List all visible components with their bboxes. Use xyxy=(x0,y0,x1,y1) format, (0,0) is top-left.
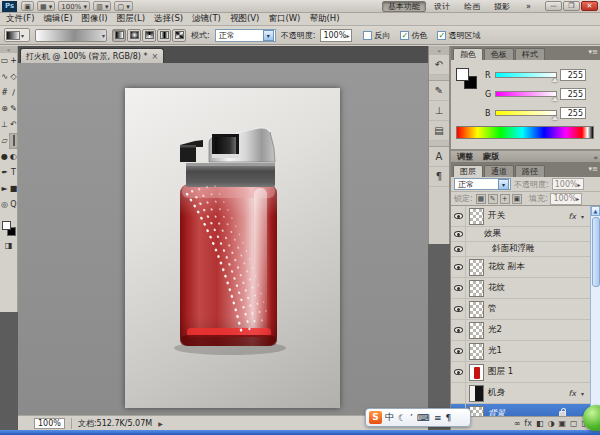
scrollbar-thumb[interactable] xyxy=(592,217,600,287)
screen-mode-icon[interactable]: ▢ ▾ xyxy=(114,1,132,11)
quick-selection-tool-icon[interactable]: ◇ xyxy=(9,69,18,85)
eye-toggle[interactable] xyxy=(451,242,466,256)
layer-comps-panel-icon[interactable]: ▤ xyxy=(429,121,449,141)
layer-row-6[interactable]: 管 xyxy=(451,299,590,320)
path-selection-tool-icon[interactable]: ► xyxy=(0,181,9,197)
layers-tab-1[interactable]: 图层 xyxy=(453,165,483,177)
color-tab-3[interactable]: 样式 xyxy=(515,48,545,60)
layer-row-7[interactable]: 光2 xyxy=(451,320,590,341)
layer-row-9[interactable]: 图层 1 xyxy=(451,362,590,383)
eye-toggle[interactable] xyxy=(451,278,466,298)
masks-panel-header[interactable]: 蒙版 xyxy=(483,151,499,162)
layer-thumbnail[interactable] xyxy=(469,322,484,339)
menu-item-6[interactable]: 滤镜(T) xyxy=(192,13,221,25)
slider-track[interactable] xyxy=(495,72,557,78)
marquee-tool-icon[interactable]: ▭ xyxy=(0,53,9,69)
reverse-checkbox[interactable]: 反向 xyxy=(363,30,390,41)
layer-thumbnail[interactable] xyxy=(469,280,484,297)
chevron-down-icon[interactable]: ▾ xyxy=(581,213,584,220)
lock-icon-4[interactable]: ▣ xyxy=(512,194,522,204)
layers-scrollbar[interactable]: ▲ ▼ xyxy=(590,206,600,428)
color-tab-1[interactable]: 颜色 xyxy=(453,48,483,60)
adjustments-panel-header[interactable]: 调整 xyxy=(457,151,473,162)
type-tool-icon[interactable]: T xyxy=(9,165,18,181)
workspace-more-button[interactable]: » xyxy=(520,1,537,12)
menu-item-3[interactable]: 图像(I) xyxy=(82,13,108,25)
blend-mode-select[interactable]: 正常 ▾ xyxy=(215,29,276,42)
gradient-preview-picker[interactable]: ▾ xyxy=(35,29,107,42)
layer-thumbnail[interactable] xyxy=(469,343,484,360)
layer-fill-input[interactable]: 100% ▸ xyxy=(550,193,582,205)
ime-menu-icon[interactable]: ≡ xyxy=(434,413,442,423)
color-spectrum-ramp[interactable] xyxy=(456,126,594,139)
slider-track[interactable] xyxy=(495,91,557,97)
eye-toggle[interactable] xyxy=(451,257,466,277)
layer-thumbnail[interactable] xyxy=(469,301,484,318)
layer-thumbnail[interactable] xyxy=(469,385,484,402)
layer-row-2[interactable]: 效果 xyxy=(451,227,590,242)
launch-bridge-icon[interactable]: ▣ xyxy=(21,1,34,11)
layer-fx-badge[interactable]: fx xyxy=(568,389,576,398)
layer-row-8[interactable]: 光1 xyxy=(451,341,590,362)
close-tab-icon[interactable]: × xyxy=(151,52,158,61)
eye-toggle[interactable] xyxy=(451,341,466,361)
layer-thumbnail[interactable] xyxy=(469,259,484,276)
slider-thumb-icon[interactable] xyxy=(552,78,558,82)
ime-keyboard-icon[interactable]: ⌨ xyxy=(417,413,430,423)
scroll-up-icon[interactable]: ▲ xyxy=(591,206,600,216)
expand-panels-button[interactable]: « xyxy=(429,46,449,55)
layer-fx-badge[interactable]: fx xyxy=(568,212,576,221)
view-extras-icon[interactable]: ▦ ▾ xyxy=(37,1,55,11)
slider-value-input[interactable]: 255 xyxy=(560,88,586,100)
lock-icon-3[interactable]: + xyxy=(500,194,510,204)
workspace-button-2[interactable]: 设计 xyxy=(428,1,456,12)
layer-group-icon[interactable]: ▣ xyxy=(558,419,566,428)
slider-thumb-icon[interactable] xyxy=(552,116,558,120)
menu-item-9[interactable]: 帮助(H) xyxy=(309,13,339,25)
gradient-tool-icon[interactable] xyxy=(9,133,18,149)
menu-item-5[interactable]: 选择(S) xyxy=(154,13,183,25)
menu-item-8[interactable]: 窗口(W) xyxy=(268,13,300,25)
reflected-gradient-button[interactable] xyxy=(157,29,171,42)
clone-stamp-tool-icon[interactable]: ⊥ xyxy=(0,117,9,133)
layer-blend-mode-select[interactable]: 正常 ▾ xyxy=(454,178,511,190)
slider-track[interactable] xyxy=(495,110,557,116)
diamond-gradient-button[interactable] xyxy=(172,29,186,42)
eye-toggle[interactable] xyxy=(451,227,466,241)
eyedropper-tool-icon[interactable]: ∕ xyxy=(9,85,18,101)
toolbox-collapse-button[interactable]: « xyxy=(0,46,17,53)
crop-tool-icon[interactable]: # xyxy=(0,85,9,101)
eye-toggle[interactable] xyxy=(451,299,466,319)
ime-fullhalf-icon[interactable]: ☾ xyxy=(398,413,406,423)
status-options-arrow[interactable]: ▶ xyxy=(158,420,163,427)
layer-thumbnail[interactable] xyxy=(469,208,484,225)
move-tool-icon[interactable]: + xyxy=(9,53,18,69)
canvas-image[interactable] xyxy=(125,88,340,408)
brush-tool-icon[interactable]: ✎ xyxy=(9,101,18,117)
history-panel-icon[interactable]: ↶ xyxy=(429,55,449,75)
foreground-color-swatch[interactable] xyxy=(2,221,11,230)
arrange-documents-icon[interactable]: ▥ ▾ xyxy=(93,1,111,11)
document-tab[interactable]: 打火机 @ 100% (背景, RGB/8) * × xyxy=(20,48,164,63)
workspace-button-3[interactable]: 绘画 xyxy=(458,1,486,12)
paragraph-panel-icon[interactable]: ¶ xyxy=(429,167,449,187)
hand-tool-icon[interactable]: ◎ xyxy=(0,197,9,213)
eye-toggle[interactable] xyxy=(451,362,466,382)
slider-thumb-icon[interactable] xyxy=(552,97,558,101)
new-layer-icon[interactable]: ▢ xyxy=(570,419,578,428)
ime-toolbar[interactable]: S 中☾’⌨≡¶ xyxy=(365,408,471,427)
layer-row-5[interactable]: 花纹 xyxy=(451,278,590,299)
sogou-logo-icon[interactable]: S xyxy=(369,411,382,424)
layer-mask-icon[interactable]: ◧ xyxy=(536,419,544,428)
link-layers-icon[interactable]: ∞ xyxy=(514,419,521,428)
layer-row-3[interactable]: 斜面和浮雕 xyxy=(451,242,590,257)
shape-tool-icon[interactable]: ■ xyxy=(9,181,18,197)
layer-style-icon[interactable]: fx xyxy=(524,419,532,428)
workspace-button-4[interactable]: 摄影 xyxy=(488,1,516,12)
adjustment-layer-icon[interactable]: ◑ xyxy=(547,419,554,428)
dither-checkbox[interactable]: ✓仿色 xyxy=(400,30,427,41)
clone-source-panel-icon[interactable]: ⊥ xyxy=(429,101,449,121)
ime-lang-indicator[interactable]: 中 xyxy=(385,411,394,424)
foreground-color-swatch[interactable] xyxy=(456,68,469,81)
dodge-tool-icon[interactable]: ◐ xyxy=(9,149,18,165)
